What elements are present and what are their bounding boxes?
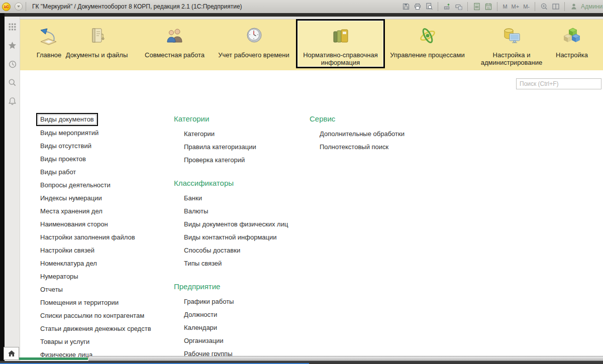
divider [467, 2, 468, 11]
ribbon-tab-label: Нормативно-справочная информация [297, 51, 383, 66]
menu-grid-icon [8, 23, 17, 31]
horizontal-scrollbar[interactable] [88, 356, 603, 361]
history-clock-icon [8, 60, 17, 68]
cubes-icon [561, 24, 583, 50]
section-header: Сервис [310, 112, 405, 126]
memory-m-button[interactable]: M [502, 4, 507, 10]
nav-column-3: Сервис Дополнительные обработки Полнотек… [310, 112, 405, 164]
search-icon [8, 78, 17, 87]
send-button[interactable] [443, 3, 451, 11]
nav-link[interactable]: Наименования сторон [40, 218, 151, 231]
title-bar: 1С ГК "Меркурий" / Документооборот 8 КОР… [0, 0, 603, 13]
nav-section-categories: Категории Категории Правила категоризаци… [174, 112, 288, 167]
clock-icon [243, 24, 265, 50]
nav-link[interactable]: Полнотекстовый поиск [310, 141, 405, 154]
nav-link[interactable]: Правила категоризации [174, 141, 288, 154]
nav-link[interactable]: Вопросы деятельности [40, 179, 151, 192]
nav-link[interactable]: Товары и услуги [40, 335, 151, 348]
home-icon [8, 349, 16, 357]
print-button[interactable] [413, 3, 422, 11]
ribbon-tab-process-management[interactable]: Управление процессами [388, 20, 466, 70]
section-header: Предприятие [174, 280, 288, 293]
current-user-name[interactable]: Админи [581, 3, 603, 10]
divider [497, 2, 497, 11]
sidebar-item-notifications[interactable] [8, 97, 17, 105]
nav-link[interactable]: Настройки связей [40, 244, 151, 257]
calendar-button[interactable]: 31 [484, 3, 492, 11]
titlebar-toolbar: 31 M M+ M- Админи [400, 0, 603, 13]
nav-link[interactable]: Должности [174, 308, 288, 321]
nav-link[interactable]: Виды контактной информации [174, 231, 288, 244]
nav-link[interactable]: Отчеты [40, 283, 151, 296]
nav-link[interactable]: Календари [174, 321, 288, 334]
star-icon [8, 41, 17, 50]
divider [564, 2, 565, 11]
search-input[interactable] [516, 78, 601, 89]
print-preview-button[interactable] [425, 3, 433, 11]
binders-icon [330, 24, 352, 50]
ribbon-tab-time-tracking[interactable]: Учет рабочего времени [216, 20, 291, 70]
chevron-down-icon [17, 6, 20, 8]
nav-column-1: Виды документов Виды мероприятий Виды от… [40, 112, 151, 361]
two-people-icon [164, 24, 186, 50]
nav-link[interactable]: Индексы нумерации [40, 192, 151, 205]
save-button[interactable] [401, 3, 410, 11]
print-settings-button[interactable] [454, 3, 463, 11]
nav-link[interactable]: Списки рассылки по контрагентам [40, 309, 151, 322]
nav-link[interactable]: Места хранения дел [40, 205, 151, 218]
nav-link[interactable]: Типы связей [174, 257, 288, 270]
window-title: ГК "Меркурий" / Документооборот 8 КОРП, … [32, 3, 242, 10]
sidebar-item-search[interactable] [8, 78, 17, 87]
split-window-button[interactable] [551, 3, 560, 11]
sidebar-item-favorites[interactable] [8, 41, 17, 50]
nav-link[interactable]: Помещения и территории [40, 296, 151, 309]
nav-link[interactable]: Валюты [174, 205, 288, 218]
nav-link[interactable]: Номенклатура дел [40, 257, 151, 270]
nav-section-classifiers: Классификаторы Банки Валюты Виды докумен… [174, 177, 288, 270]
window-frame-left [0, 13, 5, 364]
ribbon-tab-collaboration[interactable]: Совместная работа [143, 20, 206, 70]
window-frame-strip [0, 13, 603, 17]
memory-m-minus-button[interactable]: M- [523, 4, 530, 10]
nav-link[interactable]: Виды работ [40, 166, 151, 179]
nav-link[interactable]: Статьи движения денежных средств [40, 322, 151, 335]
nav-link[interactable]: Организации [174, 334, 288, 347]
ribbon-tab-documents[interactable]: Документы и файлы [63, 20, 131, 70]
nav-link[interactable]: Виды документов физических лиц [174, 218, 288, 231]
nav-link[interactable]: Категории [174, 128, 288, 141]
nav-link[interactable]: Дополнительные обработки [310, 128, 405, 141]
nav-link[interactable]: Банки [174, 192, 288, 205]
nav-section-enterprise: Предприятие Графики работы Должности Кал… [174, 280, 288, 360]
ribbon-tab-label: Совместная работа [145, 51, 205, 59]
tool-sidebar [5, 17, 20, 361]
sidebar-item-menu[interactable] [8, 23, 17, 31]
database-monitor-icon [500, 24, 523, 50]
calculator-button[interactable] [472, 3, 481, 11]
nav-link[interactable]: Виды мероприятий [40, 127, 151, 140]
section-header: Классификаторы [174, 177, 288, 190]
nav-link[interactable]: Проверка категорий [174, 154, 288, 167]
zoom-button[interactable] [540, 3, 548, 11]
nav-link[interactable]: Способы доставки [174, 244, 288, 257]
nav-section-service: Сервис Дополнительные обработки Полнотек… [310, 112, 405, 154]
ribbon-tab-settings[interactable]: Настройка [544, 20, 599, 70]
divider [26, 2, 26, 11]
ribbon-tab-label: Настройка и администрирование [479, 51, 544, 66]
nav-link[interactable]: Виды отсутствий [40, 140, 151, 153]
memory-m-plus-button[interactable]: M+ [512, 4, 520, 10]
ribbon-tabs: Главное Документы и файлы Совместная раб… [20, 20, 603, 70]
ribbon-tab-reference-info[interactable]: Нормативно-справочная информация [296, 19, 385, 68]
main-menu-dropdown-button[interactable] [15, 3, 23, 11]
section-header: Категории [174, 112, 288, 126]
home-page-button[interactable] [4, 347, 19, 360]
ribbon-tab-label: Учет рабочего времени [218, 51, 289, 59]
svg-text:31: 31 [487, 7, 490, 10]
nav-link[interactable]: Виды проектов [40, 153, 151, 166]
process-orbit-icon [417, 24, 439, 50]
nav-link[interactable]: Настройки заполнения файлов [40, 231, 151, 244]
nav-link-selected[interactable]: Виды документов [36, 113, 98, 126]
nav-link[interactable]: Графики работы [174, 295, 288, 308]
ribbon-tab-settings-administration[interactable]: Настройка и администрирование [479, 20, 544, 70]
nav-link[interactable]: Нумераторы [40, 270, 151, 283]
sidebar-item-history[interactable] [8, 60, 17, 68]
